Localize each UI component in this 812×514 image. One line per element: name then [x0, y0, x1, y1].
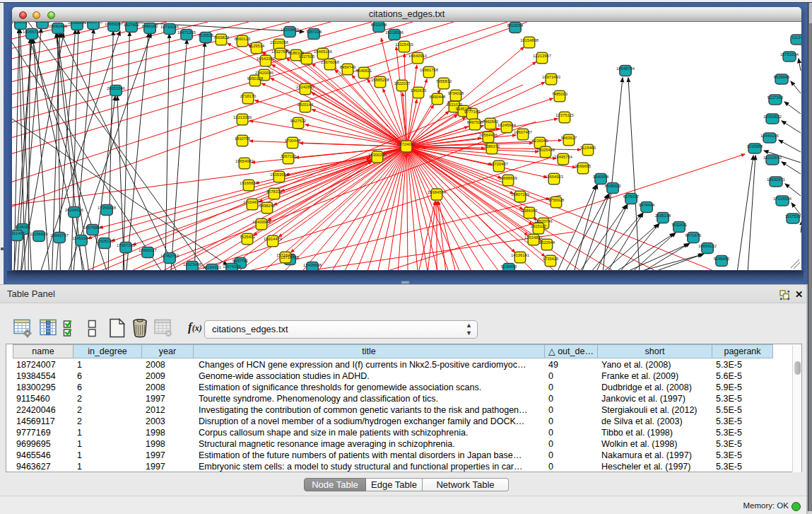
svg-text:12213369: 12213369 — [233, 115, 252, 119]
svg-text:12444195: 12444195 — [760, 134, 779, 138]
svg-text:17957225: 17957225 — [117, 243, 135, 247]
svg-text:5498242: 5498242 — [259, 204, 276, 208]
svg-text:15720407: 15720407 — [490, 162, 508, 166]
svg-text:16640910: 16640910 — [408, 54, 427, 58]
svg-text:7663822: 7663822 — [213, 35, 230, 40]
svg-text:20053346: 20053346 — [107, 86, 125, 90]
svg-text:1640954: 1640954 — [593, 175, 609, 179]
svg-text:3267110: 3267110 — [281, 154, 296, 158]
svg-text:10688609: 10688609 — [499, 176, 517, 180]
svg-text:19654987: 19654987 — [235, 159, 254, 163]
svg-text:9457791: 9457791 — [233, 259, 249, 263]
svg-text:6497508: 6497508 — [467, 120, 483, 124]
svg-text:9227342: 9227342 — [767, 95, 784, 100]
svg-text:16566899: 16566899 — [68, 22, 86, 25]
svg-text:9327505: 9327505 — [299, 54, 315, 59]
svg-text:7632621: 7632621 — [671, 223, 688, 227]
svg-text:13524851: 13524851 — [524, 235, 543, 240]
svg-text:12409949: 12409949 — [252, 220, 271, 224]
svg-text:9335001: 9335001 — [15, 225, 31, 229]
svg-text:10648784: 10648784 — [616, 66, 635, 71]
svg-text:9427532: 9427532 — [290, 119, 307, 123]
svg-text:9646821: 9646821 — [356, 69, 372, 73]
svg-text:17359928: 17359928 — [98, 206, 116, 210]
svg-text:15353594: 15353594 — [270, 173, 289, 177]
svg-text:9463627: 9463627 — [561, 136, 577, 140]
svg-text:23420046: 23420046 — [255, 71, 273, 75]
svg-text:12942737: 12942737 — [50, 233, 69, 238]
svg-text:11451944: 11451944 — [72, 236, 90, 240]
svg-text:8454749: 8454749 — [340, 65, 356, 69]
svg-text:2718170: 2718170 — [240, 94, 257, 98]
svg-text:9911437: 9911437 — [12, 231, 25, 235]
svg-text:8990448: 8990448 — [430, 95, 446, 99]
svg-text:12213967: 12213967 — [533, 54, 551, 58]
svg-text:16543362: 16543362 — [257, 57, 275, 61]
svg-text:19384554: 19384554 — [428, 190, 447, 194]
svg-text:12375115: 12375115 — [555, 113, 573, 117]
svg-text:9756928: 9756928 — [548, 198, 565, 202]
svg-text:10607487: 10607487 — [514, 130, 532, 134]
svg-text:12093822: 12093822 — [763, 115, 782, 119]
svg-text:19965718: 19965718 — [84, 22, 102, 24]
svg-text:19218506: 19218506 — [385, 30, 404, 35]
svg-text:10958117: 10958117 — [139, 248, 156, 252]
svg-text:2603144: 2603144 — [298, 103, 314, 107]
svg-text:9115460: 9115460 — [580, 146, 596, 150]
svg-text:10154808: 10154808 — [520, 38, 539, 42]
svg-text:8813054: 8813054 — [507, 23, 524, 28]
svg-text:10653267: 10653267 — [105, 22, 123, 26]
svg-text:23226058: 23226058 — [270, 40, 288, 45]
svg-text:9699695: 9699695 — [575, 164, 592, 168]
svg-text:7955812: 7955812 — [436, 79, 452, 83]
svg-text:26206526: 26206526 — [65, 208, 83, 212]
svg-text:7357224: 7357224 — [306, 30, 322, 34]
svg-text:14055724: 14055724 — [23, 30, 42, 34]
svg-text:9129514: 9129514 — [249, 44, 265, 48]
svg-text:1527602: 1527602 — [124, 23, 140, 27]
svg-text:8938923: 8938923 — [605, 184, 621, 188]
svg-text:7485003: 7485003 — [552, 92, 568, 96]
svg-text:1167533: 1167533 — [785, 214, 801, 218]
svg-text:9474444: 9474444 — [639, 203, 655, 207]
svg-text:7515526: 7515526 — [198, 33, 214, 37]
svg-text:14136141: 14136141 — [511, 253, 529, 257]
svg-text:9990138: 9990138 — [247, 76, 264, 81]
svg-text:20564436: 20564436 — [479, 133, 498, 137]
svg-text:6466160: 6466160 — [142, 24, 158, 28]
svg-text:19568187: 19568187 — [12, 22, 30, 24]
svg-text:16782759: 16782759 — [160, 254, 179, 258]
svg-text:19166827: 19166827 — [240, 181, 258, 185]
svg-text:23242845: 23242845 — [296, 85, 314, 89]
svg-text:9861036: 9861036 — [35, 22, 51, 23]
svg-text:7386372: 7386372 — [484, 144, 500, 148]
svg-text:11325419: 11325419 — [395, 42, 413, 47]
svg-text:9136853: 9136853 — [501, 264, 517, 269]
svg-text:1615112: 1615112 — [531, 224, 546, 228]
svg-text:13692971: 13692971 — [767, 177, 785, 182]
svg-text:7462662: 7462662 — [483, 119, 499, 124]
svg-text:18300295: 18300295 — [368, 153, 387, 157]
svg-text:9529946: 9529946 — [774, 75, 790, 79]
svg-text:1810755: 1810755 — [235, 136, 251, 141]
svg-text:20154321: 20154321 — [203, 265, 221, 269]
svg-text:16210643: 16210643 — [763, 156, 782, 160]
svg-text:2935134: 2935134 — [655, 214, 671, 218]
svg-text:15465166: 15465166 — [314, 49, 332, 54]
svg-text:19327509: 19327509 — [271, 49, 290, 54]
svg-text:11674329: 11674329 — [223, 264, 240, 269]
svg-text:1733426: 1733426 — [543, 257, 559, 261]
svg-text:9777169: 9777169 — [464, 110, 481, 114]
svg-text:9734028: 9734028 — [448, 91, 464, 95]
svg-text:12923468: 12923468 — [183, 262, 201, 267]
svg-text:1822037: 1822037 — [394, 81, 411, 86]
svg-text:11124: 11124 — [792, 35, 801, 40]
svg-text:23495754: 23495754 — [554, 155, 573, 159]
svg-text:10973493: 10973493 — [542, 75, 560, 79]
svg-text:3215958: 3215958 — [747, 144, 763, 148]
svg-text:8813054: 8813054 — [371, 23, 387, 27]
svg-text:10975887: 10975887 — [83, 226, 102, 230]
svg-text:23676068: 23676068 — [321, 60, 339, 64]
svg-text:16033809: 16033809 — [281, 28, 299, 32]
svg-text:1962615: 1962615 — [411, 88, 427, 93]
